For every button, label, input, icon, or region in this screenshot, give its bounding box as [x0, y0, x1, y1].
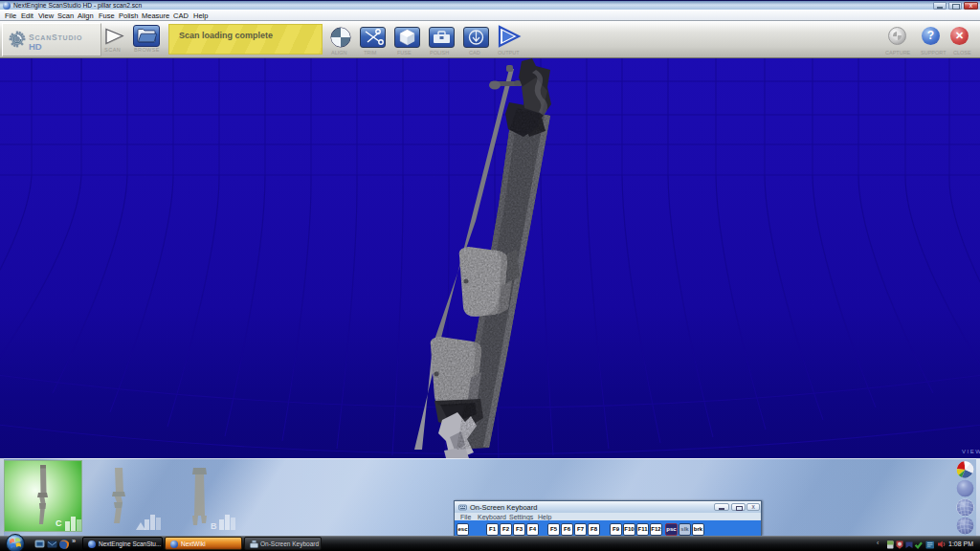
svg-text:B: B	[211, 521, 217, 531]
svg-text:VIEW: VIEW	[962, 449, 980, 454]
